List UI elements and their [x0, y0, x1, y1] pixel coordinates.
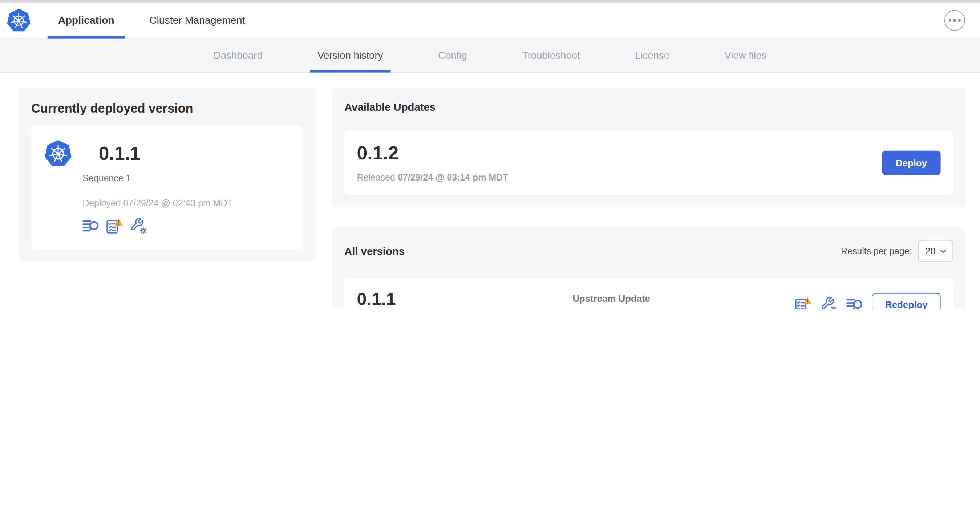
wrench-config-icon[interactable] — [821, 296, 838, 309]
tab-cluster-management-label: Cluster Management — [149, 14, 245, 27]
tab-view-files[interactable]: View files — [721, 39, 770, 72]
deployed-version-actions — [83, 218, 291, 234]
kubernetes-logo — [6, 3, 31, 38]
update-version-number: 0.1.2 — [357, 142, 882, 164]
results-per-page-select[interactable]: 20 — [918, 240, 953, 262]
app-subnav: Dashboard Version history Config Trouble… — [0, 39, 980, 73]
tab-version-history[interactable]: Version history — [314, 39, 387, 72]
row-version-number: 0.1.1 — [357, 289, 573, 309]
app-header: Application Cluster Management — [0, 3, 980, 39]
tab-troubleshoot[interactable]: Troubleshoot — [518, 39, 584, 72]
version-rows: 0.1.1 Sequence 1 1 files changed View di… — [344, 278, 953, 309]
row-source-label: Upstream Update — [573, 293, 795, 304]
diff-search-icon[interactable] — [83, 218, 99, 234]
all-versions-card: All versions Results per page: 20 0.1.1 — [332, 227, 966, 309]
update-released-date: 07/29/24 @ 03:14 pm MDT — [398, 173, 508, 183]
redeploy-button[interactable]: Redeploy — [872, 293, 940, 309]
available-updates-title: Available Updates — [344, 101, 953, 114]
main-content: Currently deployed version 0.1.1 Sequenc… — [0, 73, 980, 309]
version-row-0-1-1: 0.1.1 Sequence 1 1 files changed View di… — [344, 278, 953, 309]
currently-deployed-inner-card: 0.1.1 Sequence 1 Deployed 07/29/24 @ 02:… — [31, 126, 303, 250]
checks-warning-icon[interactable] — [107, 218, 123, 234]
results-per-page-value: 20 — [925, 245, 936, 256]
kubernetes-app-icon — [44, 140, 72, 168]
tab-cluster-management[interactable]: Cluster Management — [139, 3, 256, 38]
header-spacer — [269, 3, 944, 38]
deployed-timestamp: Deployed 07/29/24 @ 02:43 pm MDT — [83, 198, 291, 208]
tab-application-label: Application — [58, 14, 115, 27]
update-released-line: Released 07/29/24 @ 03:14 pm MDT — [357, 173, 882, 183]
ellipsis-icon — [949, 19, 952, 22]
deployed-sequence: Sequence 1 — [83, 173, 291, 183]
wrench-config-icon[interactable] — [130, 218, 147, 234]
available-updates-card: Available Updates 0.1.2 Released 07/29/2… — [332, 87, 966, 207]
available-update-row: 0.1.2 Released 07/29/24 @ 03:14 pm MDT D… — [344, 130, 953, 195]
header-nav: Application Cluster Management — [48, 3, 269, 38]
chevron-down-icon — [940, 249, 946, 253]
deployed-version-number: 0.1.1 — [99, 143, 141, 165]
deploy-button[interactable]: Deploy — [882, 150, 941, 175]
all-versions-title: All versions — [344, 245, 405, 258]
tab-application[interactable]: Application — [48, 3, 125, 38]
tab-dashboard[interactable]: Dashboard — [210, 39, 266, 72]
more-options-button[interactable] — [944, 10, 965, 31]
results-per-page-label: Results per page: — [841, 246, 912, 256]
tab-config[interactable]: Config — [434, 39, 471, 72]
currently-deployed-card: Currently deployed version 0.1.1 Sequenc… — [19, 87, 316, 262]
checks-warning-icon[interactable] — [795, 296, 812, 309]
diff-search-icon[interactable] — [847, 296, 864, 309]
currently-deployed-title: Currently deployed version — [31, 101, 303, 116]
right-column: Available Updates 0.1.2 Released 07/29/2… — [332, 87, 966, 309]
window-top-edge — [0, 0, 980, 3]
app-root: Application Cluster Management Dashboard… — [0, 0, 980, 309]
tab-license[interactable]: License — [631, 39, 673, 72]
